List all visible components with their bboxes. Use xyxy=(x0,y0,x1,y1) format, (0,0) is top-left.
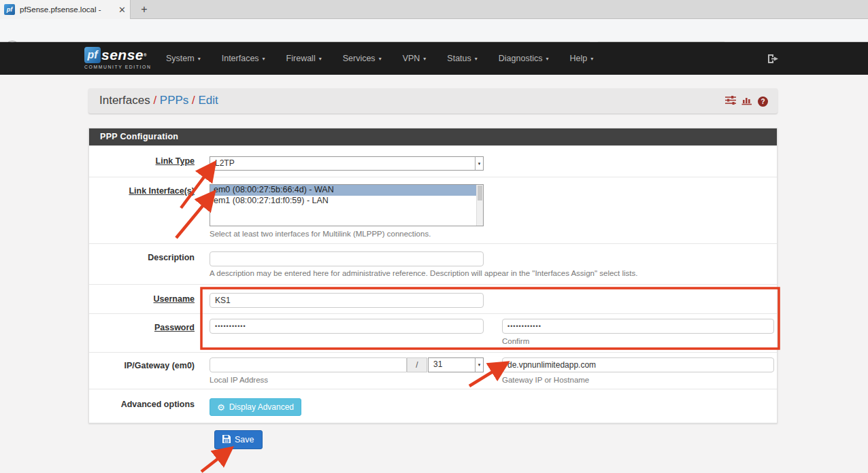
description-input[interactable] xyxy=(210,251,484,266)
link-type-label[interactable]: Link Type xyxy=(100,156,195,166)
main-menu: System▾ Interfaces▾ Firewall▾ Services▾ … xyxy=(166,42,593,75)
browser-tab-bar: pf pfSense.pfsense.local - ✕ + xyxy=(0,0,868,19)
gateway-help: Gateway IP or Hostname xyxy=(502,376,589,384)
subnet-select[interactable]: 31 ▾ xyxy=(428,357,484,372)
nav-item-system[interactable]: System▾ xyxy=(166,54,201,63)
slash-addon: / xyxy=(407,357,427,372)
subnet-value: 31 xyxy=(433,360,442,369)
logout-icon[interactable] xyxy=(767,54,779,67)
nav-item-status[interactable]: Status▾ xyxy=(447,54,477,63)
chevron-down-icon: ▾ xyxy=(475,358,483,372)
listbox-scrollbar[interactable] xyxy=(476,185,483,226)
username-input[interactable] xyxy=(210,293,484,308)
chevron-down-icon: ▾ xyxy=(263,56,265,62)
link-type-value: L2TP xyxy=(215,158,235,168)
row-username: Username xyxy=(89,284,777,313)
chevron-down-icon: ▾ xyxy=(475,56,478,62)
status-chart-icon[interactable] xyxy=(741,95,752,108)
new-tab-button[interactable]: + xyxy=(136,1,152,18)
gateway-input[interactable] xyxy=(502,357,774,372)
save-icon xyxy=(222,435,231,445)
chevron-down-icon: ▾ xyxy=(198,56,201,62)
panel-title: PPP Configuration xyxy=(89,128,777,145)
link-interfaces-label[interactable]: Link Interface(s) xyxy=(100,186,195,196)
breadcrumb-interfaces: Interfaces xyxy=(99,94,150,107)
row-ip-gateway: IP/Gateway (em0) / 31 ▾ Local IP Address… xyxy=(89,352,777,389)
annotation-arrow-save xyxy=(201,450,229,472)
pfsense-logo-edition: COMMUNITY EDITION xyxy=(84,65,151,69)
username-label[interactable]: Username xyxy=(100,294,195,304)
advanced-options-label: Advanced options xyxy=(100,400,195,409)
pfsense-browser-window: pf pfSense.pfsense.local - ✕ + ← → ↻ ⌂ i… xyxy=(0,0,868,473)
chevron-down-icon: ▾ xyxy=(590,56,593,62)
gear-icon: ⚙ xyxy=(217,403,225,412)
save-button[interactable]: Save xyxy=(214,430,263,449)
description-help: A description may be entered here for ad… xyxy=(210,269,637,277)
nav-item-services[interactable]: Services▾ xyxy=(343,54,382,63)
list-item-em1-lan[interactable]: em1 (08:00:27:1d:f0:59) - LAN xyxy=(210,196,483,207)
nav-item-vpn[interactable]: VPN▾ xyxy=(403,54,427,63)
breadcrumb-edit-link[interactable]: Edit xyxy=(199,94,218,107)
nav-item-firewall[interactable]: Firewall▾ xyxy=(286,54,322,63)
list-item-em0-wan[interactable]: em0 (08:00:27:5b:66:4d) - WAN xyxy=(210,185,483,196)
pfsense-logo-pf: pf xyxy=(84,47,101,63)
ip-gateway-label: IP/Gateway (em0) xyxy=(100,361,195,370)
row-password: Password Confirm xyxy=(89,313,777,352)
row-link-type: Link Type L2TP ▾ xyxy=(89,145,777,177)
confirm-label: Confirm xyxy=(502,337,529,345)
row-advanced-options: Advanced options ⚙ Display Advanced xyxy=(89,389,777,423)
chevron-down-icon: ▾ xyxy=(423,56,426,62)
nav-item-help[interactable]: Help▾ xyxy=(569,54,593,63)
ppp-configuration-panel: PPP Configuration Link Type L2TP ▾ Link … xyxy=(88,128,778,423)
tab-title: pfSense.pfsense.local - xyxy=(20,5,116,14)
display-advanced-label: Display Advanced xyxy=(229,402,294,412)
nav-item-diagnostics[interactable]: Diagnostics▾ xyxy=(499,54,549,63)
local-ip-input[interactable] xyxy=(210,357,407,372)
chevron-down-icon: ▾ xyxy=(475,157,483,170)
display-advanced-button[interactable]: ⚙ Display Advanced xyxy=(210,398,301,416)
password-input[interactable] xyxy=(210,319,484,334)
link-interfaces-listbox[interactable]: em0 (08:00:27:5b:66:4d) - WAN em1 (08:00… xyxy=(210,184,484,226)
local-ip-help: Local IP Address xyxy=(210,376,268,384)
breadcrumb-ppps-link[interactable]: PPPs xyxy=(160,94,189,107)
pfsense-logo-sense: sense® xyxy=(101,47,147,63)
browser-toolbar: ← → ↻ ⌂ i 10.0.2.1/interfaces_ppps_edit.… xyxy=(0,19,868,42)
sliders-icon[interactable] xyxy=(725,95,736,108)
save-button-label: Save xyxy=(235,435,254,444)
chevron-down-icon: ▾ xyxy=(546,56,548,62)
chevron-down-icon: ▾ xyxy=(319,56,322,62)
close-tab-icon[interactable]: ✕ xyxy=(118,5,126,15)
password-confirm-input[interactable] xyxy=(502,319,774,334)
browser-tab[interactable]: pf pfSense.pfsense.local - ✕ xyxy=(0,0,131,19)
pfsense-logo[interactable]: pf sense® COMMUNITY EDITION xyxy=(84,47,151,69)
password-label[interactable]: Password xyxy=(100,323,195,332)
link-interfaces-help: Select at least two interfaces for Multi… xyxy=(210,230,431,238)
row-link-interfaces: Link Interface(s) em0 (08:00:27:5b:66:4d… xyxy=(89,177,777,243)
pfsense-favicon: pf xyxy=(4,4,15,15)
breadcrumb-bar: Interfaces / PPPs / Edit ? xyxy=(88,88,778,113)
pfsense-navbar: pf sense® COMMUNITY EDITION System▾ Inte… xyxy=(0,42,868,75)
breadcrumb: Interfaces / PPPs / Edit xyxy=(99,94,218,107)
help-icon[interactable]: ? xyxy=(758,97,768,107)
description-label: Description xyxy=(100,253,195,262)
row-description: Description A description may be entered… xyxy=(89,243,777,284)
chevron-down-icon: ▾ xyxy=(379,56,382,62)
link-type-select[interactable]: L2TP ▾ xyxy=(210,156,484,171)
nav-item-interfaces[interactable]: Interfaces▾ xyxy=(222,54,265,63)
